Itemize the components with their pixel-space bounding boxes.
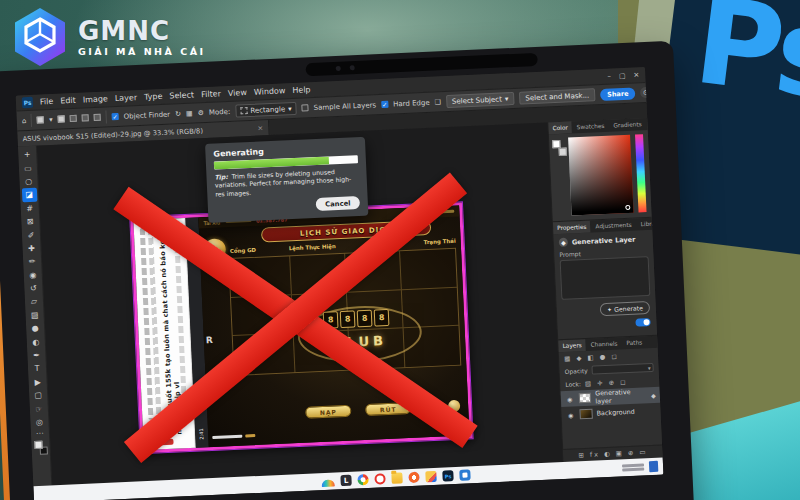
edit-toolbar-icon[interactable]: ⋯ bbox=[36, 429, 44, 439]
foreground-background-swatches[interactable] bbox=[34, 441, 48, 456]
tab-adjustments[interactable]: Adjustments bbox=[591, 219, 636, 233]
color-panel: Color Swatches Gradients Patterns bbox=[548, 118, 651, 222]
eye-icon[interactable]: ◉ bbox=[566, 411, 576, 418]
tab-gradients[interactable]: Gradients bbox=[609, 118, 646, 132]
chevron-down-icon[interactable]: ▾ bbox=[49, 115, 53, 123]
menu-select[interactable]: Select bbox=[169, 90, 194, 100]
mode-dropdown[interactable]: Rectangle ▾ bbox=[235, 102, 297, 118]
lock-label: Lock: bbox=[565, 380, 581, 388]
hard-edge-checkbox[interactable]: ✓ bbox=[381, 101, 388, 108]
saturation-picker[interactable] bbox=[568, 135, 633, 216]
pen-tool[interactable]: ✒ bbox=[29, 348, 45, 362]
system-tray-clock[interactable] bbox=[622, 462, 644, 472]
eye-icon[interactable]: ◉ bbox=[565, 395, 575, 402]
layer-filter-icons[interactable]: ▦ ◆ ◧ ● ◻ bbox=[564, 352, 619, 362]
menu-help[interactable]: Help bbox=[292, 85, 311, 95]
history-brush-tool[interactable]: ↺ bbox=[26, 282, 42, 296]
menu-filter[interactable]: Filter bbox=[201, 89, 221, 99]
menu-type[interactable]: Type bbox=[144, 92, 163, 102]
search-icon[interactable]: ⊙ bbox=[640, 87, 651, 98]
photoshop-taskbar-icon[interactable]: Ps bbox=[442, 470, 453, 481]
hue-slider[interactable] bbox=[635, 134, 647, 212]
type-tool[interactable]: T bbox=[29, 362, 45, 376]
workspace-switcher-icon[interactable]: ▦ bbox=[656, 86, 663, 97]
select-subject-button[interactable]: Select Subject ▾ bbox=[446, 92, 515, 108]
notification-icon[interactable] bbox=[649, 461, 658, 472]
share-button[interactable]: Share bbox=[600, 87, 636, 101]
menu-file[interactable]: File bbox=[40, 97, 54, 107]
maximize-icon[interactable]: ▢ bbox=[619, 71, 626, 79]
comment-icon[interactable]: ❏ bbox=[434, 98, 441, 106]
cancel-button[interactable]: Cancel bbox=[316, 196, 361, 211]
photoshop-logo-text: Ps bbox=[688, 0, 800, 127]
hand-tool[interactable]: ☞ bbox=[31, 402, 47, 416]
tab-color[interactable]: Color bbox=[548, 121, 572, 134]
opacity-label: Opacity bbox=[565, 367, 588, 375]
gradient-tool[interactable]: ▨ bbox=[27, 308, 43, 322]
menu-window[interactable]: Window bbox=[254, 86, 286, 96]
refresh-icon[interactable]: ↻ bbox=[175, 110, 181, 118]
blur-tool[interactable]: ● bbox=[27, 322, 43, 336]
tab-paths[interactable]: Paths bbox=[622, 336, 646, 349]
lasso-tool[interactable]: ○ bbox=[21, 175, 37, 189]
laptop-orange-edge bbox=[0, 106, 12, 500]
minimize-icon[interactable]: – bbox=[607, 72, 611, 80]
menu-view[interactable]: View bbox=[228, 88, 247, 98]
home-icon[interactable]: ⌂ bbox=[22, 117, 27, 125]
selection-intersect-icon[interactable] bbox=[94, 114, 101, 121]
spot-healing-tool[interactable]: ✚ bbox=[24, 241, 40, 255]
sample-all-layers-checkbox[interactable] bbox=[301, 104, 308, 111]
workspace: + ▭ ○ ◪ # ⊠ ✐ ✚ ✏ ◉ ↺ ▱ ▨ ● ◐ ✒ T ▶ ▢ ☞ bbox=[18, 118, 663, 486]
canvas[interactable]: bịp nó nuốt 155k tạo luôn mà chat cách n… bbox=[37, 122, 563, 485]
tab-properties[interactable]: Properties bbox=[553, 221, 591, 235]
color-swatches[interactable] bbox=[552, 140, 567, 157]
eraser-tool[interactable]: ▱ bbox=[26, 295, 42, 309]
menu-layer[interactable]: Layer bbox=[115, 93, 138, 103]
path-selection-tool[interactable]: ▶ bbox=[30, 375, 46, 389]
tab-patterns[interactable]: Patterns bbox=[646, 117, 663, 130]
brush-tool[interactable]: ✏ bbox=[24, 255, 40, 269]
folder-icon[interactable] bbox=[391, 472, 402, 483]
withdraw-button: RÚT bbox=[365, 402, 411, 416]
copilot-icon[interactable] bbox=[322, 479, 335, 487]
menu-image[interactable]: Image bbox=[83, 94, 108, 104]
col-order: Lệnh Thực Hiện bbox=[289, 243, 336, 251]
crop-tool[interactable]: # bbox=[22, 201, 38, 215]
eyedropper-tool[interactable]: ✐ bbox=[23, 228, 39, 242]
grid-icon[interactable]: ▦ bbox=[186, 109, 193, 117]
tab-libraries[interactable]: Libraries bbox=[636, 217, 663, 230]
prompt-input[interactable] bbox=[560, 256, 651, 300]
opera-icon[interactable] bbox=[374, 473, 385, 484]
selection-add-icon[interactable] bbox=[70, 115, 77, 122]
frame-tool[interactable]: ⊠ bbox=[23, 215, 39, 229]
gear-icon[interactable]: ⚙ bbox=[197, 109, 204, 117]
layer-row-background[interactable]: ◉ Background bbox=[561, 403, 661, 423]
firefox-icon[interactable] bbox=[408, 472, 419, 483]
opacity-dropdown[interactable]: ▾ bbox=[592, 363, 654, 375]
selection-subtract-icon[interactable] bbox=[82, 114, 89, 121]
media-folder-icon[interactable] bbox=[425, 471, 436, 482]
selection-new-icon[interactable] bbox=[58, 115, 65, 122]
dodge-tool[interactable]: ◐ bbox=[28, 335, 44, 349]
object-finder-checkbox[interactable]: ✓ bbox=[111, 113, 118, 120]
menu-edit[interactable]: Edit bbox=[60, 96, 76, 106]
close-icon[interactable]: ✕ bbox=[633, 71, 639, 79]
tab-swatches[interactable]: Swatches bbox=[573, 120, 609, 134]
move-tool[interactable]: + bbox=[20, 148, 36, 162]
lock-icons[interactable]: ▨ ✛ ⊕ ◻ bbox=[585, 378, 628, 388]
tab-close-icon[interactable]: × bbox=[257, 124, 263, 132]
store-icon[interactable] bbox=[459, 469, 470, 480]
app-l-icon[interactable]: L bbox=[340, 475, 351, 486]
tool-preset-icon[interactable] bbox=[37, 116, 44, 123]
zoom-tool[interactable]: ◎ bbox=[32, 415, 48, 429]
rectangle-tool[interactable]: ▢ bbox=[30, 389, 46, 403]
settings-toggle[interactable] bbox=[635, 318, 650, 327]
brand-tagline: GIẢI MÃ NHÀ CÁI bbox=[78, 46, 206, 57]
marquee-tool[interactable]: ▭ bbox=[20, 161, 36, 175]
sample-all-layers-label: Sample All Layers bbox=[313, 101, 376, 112]
clone-stamp-tool[interactable]: ◉ bbox=[25, 268, 41, 282]
generate-button[interactable]: ✦ Generate bbox=[600, 301, 651, 316]
object-selection-tool[interactable]: ◪ bbox=[21, 188, 37, 202]
chrome-icon[interactable] bbox=[357, 474, 368, 485]
select-and-mask-button[interactable]: Select and Mask... bbox=[519, 88, 595, 104]
